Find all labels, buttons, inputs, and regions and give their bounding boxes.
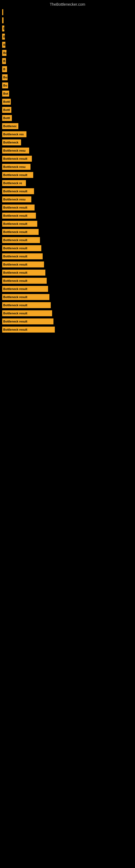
bar-35: Bottleneck result [2, 294, 49, 300]
bar-row: Bottleneck resu [2, 195, 135, 204]
bar-row: Bottleneck result [2, 171, 135, 179]
bar-row: Bottleneck result [2, 326, 135, 334]
bar-13: Bottl [2, 115, 12, 121]
bar-38: Bottleneck result [2, 318, 53, 324]
bar-6: B [2, 58, 6, 64]
bar-label-12: Bottl [3, 108, 10, 112]
bar-label-38: Bottleneck result [3, 320, 27, 323]
bar-2: E [2, 26, 4, 31]
bar-label-25: Bottleneck result [3, 214, 27, 217]
bar-label-10: Bot [3, 92, 8, 95]
bar-row: Bottleneck result [2, 285, 135, 293]
bar-row: Bottleneck resu [2, 163, 135, 171]
bar-28: Bottleneck result [2, 237, 40, 243]
bar-label-32: Bottleneck result [3, 271, 27, 274]
bar-label-2: E [3, 27, 4, 30]
bar-24: Bottleneck result [2, 205, 35, 211]
bar-label-23: Bottleneck resu [3, 198, 26, 201]
bar-row: Bottleneck result [2, 220, 135, 228]
bar-16: Bottleneck [2, 140, 21, 145]
bar-31: Bottleneck result [2, 261, 44, 268]
bar-row: Bottleneck result [2, 309, 135, 317]
bar-row: Bottleneck result [2, 252, 135, 260]
bar-label-18: Bottleneck result [3, 157, 27, 160]
bar-row: Bottleneck re [2, 179, 135, 187]
bar-row: Bottleneck result [2, 212, 135, 220]
bar-12: Bottl [2, 107, 11, 113]
bar-label-37: Bottleneck result [3, 312, 27, 315]
bar-33: Bottleneck result [2, 278, 47, 284]
bar-label-33: Bottleneck result [3, 279, 27, 282]
bar-25: Bottleneck result [2, 213, 36, 219]
bar-row: Bo [2, 73, 135, 82]
bar-5: Bo [2, 50, 6, 56]
bar-row: Bo [2, 82, 135, 90]
bar-row: Bottleneck result [2, 228, 135, 236]
bar-23: Bottleneck resu [2, 196, 31, 203]
bar-label-28: Bottleneck result [3, 239, 27, 242]
bar-row: Bottl [2, 98, 135, 106]
bar-row [2, 16, 135, 24]
bar-34: Bottleneck result [2, 286, 48, 292]
bar-row: E [2, 24, 135, 33]
bar-3: B [2, 34, 5, 40]
bar-label-35: Bottleneck result [3, 296, 27, 299]
bar-row: Bottleneck result [2, 293, 135, 301]
bar-7: B [2, 66, 7, 72]
bar-label-4: B [3, 43, 5, 46]
bar-label-17: Bottleneck resu [3, 149, 26, 152]
bar-row: Bot [2, 90, 135, 98]
bar-row: Bottleneck result [2, 277, 135, 285]
bar-row: Bottleneck result [2, 204, 135, 212]
bar-row: Bottleneck result [2, 236, 135, 244]
bar-label-6: B [3, 59, 5, 63]
bar-21: Bottleneck re [2, 180, 26, 186]
bar-row: Bottleneck result [2, 317, 135, 326]
bar-15: Bottleneck res [2, 131, 27, 137]
bar-row: Bottl [2, 114, 135, 122]
bar-label-34: Bottleneck result [3, 287, 27, 290]
bar-32: Bottleneck result [2, 270, 45, 276]
bar-row: Bottleneck result [2, 260, 135, 269]
bar-label-24: Bottleneck result [3, 206, 27, 209]
bar-label-3: B [3, 35, 5, 38]
bar-label-15: Bottleneck res [3, 133, 24, 136]
bar-row: Bottleneck [2, 138, 135, 147]
bar-14: Bottlenec [2, 123, 18, 129]
bar-row: Bottl [2, 106, 135, 114]
bar-label-11: Bottl [3, 100, 10, 103]
bar-37: Bottleneck result [2, 310, 52, 316]
bar-27: Bottleneck result [2, 229, 39, 235]
bar-1 [2, 18, 3, 23]
bar-11: Bottl [2, 99, 11, 105]
bar-row: B [2, 57, 135, 65]
bar-label-20: Bottleneck result [3, 173, 27, 177]
bar-row: B [2, 41, 135, 49]
bar-10: Bot [2, 91, 9, 97]
bar-row: B [2, 33, 135, 41]
bar-label-13: Bottl [3, 116, 10, 120]
bar-26: Bottleneck result [2, 221, 37, 227]
bar-36: Bottleneck result [2, 302, 51, 308]
bar-18: Bottleneck result [2, 156, 32, 162]
bar-label-39: Bottleneck result [3, 328, 27, 331]
bar-label-5: Bo [3, 51, 6, 55]
bar-19: Bottleneck resu [2, 164, 31, 170]
bar-17: Bottleneck resu [2, 148, 29, 154]
bar-label-29: Bottleneck result [3, 247, 27, 250]
bars-container: EBBBoBBBoBoBotBottlBottlBottlBottlenecBo… [0, 8, 135, 334]
bar-row: Bottleneck result [2, 269, 135, 277]
bar-label-19: Bottleneck resu [3, 165, 26, 168]
bar-label-21: Bottleneck re [3, 182, 22, 185]
bar-row: Bottleneck res [2, 130, 135, 138]
bar-29: Bottleneck result [2, 245, 41, 251]
site-title: TheBottlenecker.com [0, 0, 135, 9]
bar-row [2, 8, 135, 16]
bar-label-22: Bottleneck result [3, 190, 27, 193]
bar-0 [2, 9, 3, 15]
bar-row: Bottleneck result [2, 301, 135, 309]
bar-label-16: Bottleneck [3, 141, 18, 144]
bar-row: Bottleneck result [2, 187, 135, 195]
bar-label-26: Bottleneck result [3, 222, 27, 225]
bar-8: Bo [2, 74, 8, 80]
